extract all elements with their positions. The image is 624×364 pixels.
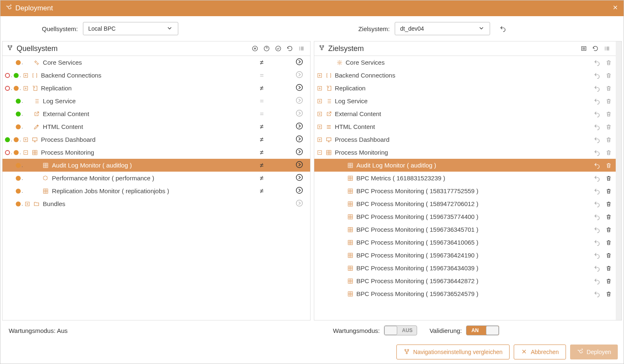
tree-row[interactable]: .Replication Jobs Monitor ( replicationj… [2, 184, 310, 197]
tree-row[interactable]: BPC Metrics ( 1618831523239 ) [314, 172, 616, 184]
expand-button[interactable] [24, 201, 30, 207]
tree-row[interactable]: BPC Process Monitoring ( 1596735774400 ) [314, 210, 616, 223]
tree-row[interactable]: HTML Content [314, 120, 616, 133]
tree-row[interactable]: BPC Process Monitoring ( 1596736424190 ) [314, 249, 616, 262]
apply-button[interactable] [291, 58, 308, 67]
undo-button[interactable] [592, 109, 602, 119]
undo-button[interactable] [592, 58, 602, 67]
apply-button[interactable] [291, 160, 308, 170]
delete-button[interactable] [604, 97, 613, 106]
delete-button[interactable] [604, 58, 613, 67]
expand-button[interactable] [317, 85, 323, 91]
delete-button[interactable] [604, 225, 613, 234]
tree-row[interactable]: Replication [314, 82, 616, 95]
apply-button[interactable] [291, 122, 308, 131]
delete-button[interactable] [604, 84, 613, 93]
undo-button[interactable] [592, 161, 602, 170]
expand-button[interactable] [23, 85, 29, 91]
apply-button[interactable] [291, 148, 308, 157]
tree-row[interactable]: External Content [314, 107, 616, 120]
validation-toggle[interactable]: AN [466, 325, 499, 335]
tree-row[interactable]: ..Process Monitoring≠ [2, 146, 310, 159]
expand-button[interactable] [23, 73, 29, 78]
tree-row[interactable]: BPC Process Monitoring ( 1596736442872 ) [314, 274, 616, 287]
cancel-button[interactable]: Abbrechen [514, 345, 566, 359]
delete-button[interactable] [604, 289, 613, 298]
tree-row[interactable]: BPC Process Monitoring ( 1596736434039 ) [314, 262, 616, 274]
delete-button[interactable] [604, 122, 613, 131]
undo-button[interactable] [592, 251, 602, 260]
apply-button[interactable] [291, 173, 308, 183]
compare-nav-button[interactable]: Navigationseinstellung vergleichen [396, 345, 510, 359]
validate-button[interactable] [274, 44, 283, 53]
delete-button[interactable] [604, 71, 613, 80]
tree-row[interactable]: Audit Log Monitor ( auditlog ) [314, 159, 616, 172]
tree-row[interactable]: Process Dashboard [314, 133, 616, 146]
undo-button[interactable] [592, 97, 602, 106]
help-button[interactable] [262, 44, 271, 53]
apply-button[interactable] [291, 83, 308, 93]
tree-row[interactable]: .HTML Content≠ [2, 120, 310, 133]
tree-row[interactable]: .Audit Log Monitor ( auditlog )≠ [2, 159, 310, 172]
collapse-button[interactable] [23, 150, 29, 155]
delete-button[interactable] [604, 187, 613, 196]
undo-button[interactable] [592, 289, 602, 298]
refresh-button[interactable] [285, 44, 294, 53]
undo-button[interactable] [592, 277, 602, 286]
expand-all-button[interactable] [602, 44, 612, 53]
expand-button[interactable] [317, 111, 323, 117]
tree-row[interactable]: Log Service [314, 95, 616, 107]
expand-button[interactable] [317, 124, 323, 130]
undo-button[interactable] [592, 264, 602, 273]
undo-button[interactable] [592, 71, 602, 80]
tree-row[interactable]: .Bundles [2, 197, 310, 210]
tree-row[interactable]: Process Monitoring [314, 146, 616, 159]
collapse-button[interactable] [317, 150, 323, 155]
tree-row[interactable]: .External Content= [2, 107, 310, 120]
source-system-select[interactable]: Local BPC [83, 22, 178, 35]
close-button[interactable] [612, 4, 619, 13]
undo-button[interactable] [592, 225, 602, 234]
tree-row[interactable]: ..Backend Connections= [2, 69, 310, 82]
delete-button[interactable] [604, 251, 613, 260]
refresh-button[interactable] [591, 44, 600, 53]
tree-row[interactable]: .Core Services≠ [2, 56, 310, 69]
tree-row[interactable]: .Log Service= [2, 95, 310, 107]
expand-button[interactable] [317, 137, 323, 143]
delete-button[interactable] [604, 148, 613, 157]
source-tree[interactable]: .Core Services≠..Backend Connections=..R… [2, 56, 310, 320]
list-view-button[interactable] [579, 44, 588, 53]
maintenance-toggle[interactable]: AUS [384, 325, 417, 335]
expand-all-button[interactable] [297, 44, 306, 53]
undo-button[interactable] [592, 84, 602, 93]
target-tree[interactable]: Core ServicesBackend ConnectionsReplicat… [314, 56, 616, 320]
tree-row[interactable]: BPC Process Monitoring ( 1589472706012 ) [314, 197, 616, 210]
tree-row[interactable]: BPC Process Monitoring ( 1596736410065 ) [314, 236, 616, 249]
apply-button[interactable] [291, 186, 308, 196]
tree-row[interactable]: .Performance Monitor ( performance )≠ [2, 172, 310, 184]
scrollbar[interactable] [616, 41, 622, 320]
delete-button[interactable] [604, 161, 613, 170]
expand-button[interactable] [23, 137, 29, 143]
delete-button[interactable] [604, 109, 613, 119]
delete-button[interactable] [604, 135, 613, 144]
tree-row[interactable]: Backend Connections [314, 69, 616, 82]
undo-button[interactable] [592, 174, 602, 183]
clear-selection-button[interactable] [250, 44, 260, 53]
undo-button[interactable] [592, 238, 602, 247]
tree-row[interactable]: BPC Process Monitoring ( 1583177752559 ) [314, 184, 616, 197]
tree-row[interactable]: BPC Process Monitoring ( 1596736524579 ) [314, 287, 616, 300]
tree-row[interactable]: Core Services [314, 56, 616, 69]
delete-button[interactable] [604, 199, 613, 209]
undo-button[interactable] [592, 212, 602, 221]
expand-button[interactable] [317, 98, 323, 104]
tree-row[interactable]: ..Process Dashboard≠ [2, 133, 310, 146]
deploy-button[interactable]: Deployen [570, 345, 618, 359]
delete-button[interactable] [604, 264, 613, 273]
undo-button[interactable] [592, 187, 602, 196]
delete-button[interactable] [604, 238, 613, 247]
target-system-select[interactable]: dt_dev04 [395, 22, 490, 35]
undo-button[interactable] [592, 122, 602, 131]
undo-button[interactable] [592, 199, 602, 209]
tree-row[interactable]: BPC Process Monitoring ( 1596736345701 ) [314, 223, 616, 236]
